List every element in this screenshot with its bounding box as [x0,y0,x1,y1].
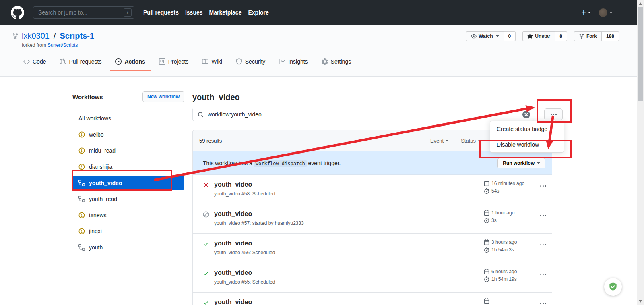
run-options-button[interactable] [540,244,546,245]
sidebar-item-all-workflows[interactable]: All workflows [72,111,184,126]
run-row[interactable]: youth_video youth_video #56: Scheduled 3… [193,234,552,263]
workflow-icon [78,196,85,202]
run-time: 1 hour ago [491,210,514,216]
main-content: Workflows New workflow All workflows wei… [0,77,644,305]
gear-icon [322,58,328,65]
run-title-link[interactable]: youth_video [214,269,275,277]
run-row[interactable]: youth_video [193,293,552,305]
calendar-icon [484,210,489,216]
search-icon [198,112,204,118]
clear-search-button[interactable] [522,111,530,118]
stopwatch-icon [484,188,489,194]
star-count[interactable]: 8 [555,31,567,41]
global-search-input[interactable] [37,9,124,16]
stopwatch-icon [484,276,489,282]
shield-icon [236,58,242,65]
tab-actions[interactable]: Actions [110,53,150,71]
sidebar-item-jingxi[interactable]: jingxi [72,224,184,239]
run-options-button[interactable] [540,303,546,304]
chevron-down-icon [446,140,449,141]
menu-item-disable-workflow[interactable]: Disable workflow [490,137,564,152]
fork-button[interactable]: Fork [574,31,602,41]
slash-key-hint: / [124,8,132,17]
page-title: youth_video [192,91,563,103]
run-description: youth_video #56: Scheduled [214,250,275,255]
sidebar-item-youth[interactable]: youth [72,240,184,255]
run-options-button[interactable] [540,215,546,216]
fork-count[interactable]: 188 [602,31,619,41]
tab-code[interactable]: Code [18,53,51,71]
status-filter[interactable]: Status [461,138,481,144]
repo-header: lxk0301 / Scripts-1 forked from Sunert/S… [0,25,644,77]
run-title-link[interactable]: youth_video [214,298,252,305]
tab-insights[interactable]: Insights [274,53,313,71]
nav-link-issues[interactable]: Issues [185,9,203,16]
nav-link-pull-requests[interactable]: Pull requests [143,9,179,16]
sidebar-item-youth-video[interactable]: youth_video [72,176,184,190]
workflows-list: All workflows weibo midu_read dianshijia… [72,111,184,255]
sidebar-item-youth-read[interactable]: youth_read [72,192,184,206]
watch-button-group: Watch 0 [466,31,516,41]
scrollbar-thumb[interactable] [638,7,643,101]
scrollbar[interactable] [637,0,644,305]
runs-search-box[interactable] [192,108,534,121]
global-search-box[interactable]: / [33,6,134,19]
tab-security[interactable]: Security [231,53,271,71]
run-row[interactable]: youth_video youth_video #55: Scheduled 6… [193,263,552,293]
failure-x-icon [203,182,209,188]
repo-forked-icon [12,33,19,39]
repo-tabs: Code Pull requests Actions Projects Wiki… [18,53,619,71]
run-title-link[interactable]: youth_video [214,181,275,189]
watch-button[interactable]: Watch [466,31,504,41]
warning-icon [78,212,85,218]
forked-from: forked from Sunert/Scripts [22,42,94,48]
scroll-down-arrow-icon[interactable] [639,300,642,303]
watch-count[interactable]: 0 [504,31,516,41]
run-title-link[interactable]: youth_video [214,239,275,247]
run-row[interactable]: youth_video youth_video #57: started by … [193,204,552,234]
new-workflow-button[interactable]: New workflow [142,91,184,102]
forked-from-link[interactable]: Sunert/Scripts [47,42,78,48]
stopwatch-icon [484,218,489,223]
close-icon [524,113,528,116]
git-pull-request-icon [60,58,66,65]
unstar-button[interactable]: Unstar [522,31,555,41]
workflows-heading: Workflows [72,93,103,100]
fork-button-group: Fork 188 [574,31,619,41]
tab-settings[interactable]: Settings [316,53,357,71]
warning-icon [78,131,85,138]
calendar-icon [484,181,489,186]
calendar-icon [484,298,489,304]
run-title-link[interactable]: youth_video [214,210,304,218]
sidebar-item-weibo[interactable]: weibo [72,127,184,142]
user-menu[interactable] [599,8,613,17]
run-options-button[interactable] [540,274,546,275]
tab-projects[interactable]: Projects [154,53,194,71]
run-workflow-button[interactable]: Run workflow [497,158,545,168]
sidebar-item-dianshijia[interactable]: dianshijia [72,160,184,174]
cancelled-icon [203,211,209,218]
repo-name-link[interactable]: Scripts-1 [60,31,95,41]
sidebar-item-txnews[interactable]: txnews [72,208,184,222]
chevron-down-icon [478,140,481,141]
run-description: youth_video #58: Scheduled [214,191,275,197]
event-filter[interactable]: Event [430,138,449,144]
nav-link-marketplace[interactable]: Marketplace [209,9,242,16]
chevron-down-icon [537,162,540,164]
create-new-menu[interactable]: + [581,8,591,17]
scroll-up-arrow-icon[interactable] [639,2,642,5]
repo-owner-link[interactable]: lxk0301 [22,31,50,41]
sidebar-item-midu-read[interactable]: midu_read [72,143,184,158]
calendar-icon [484,269,489,274]
run-options-button[interactable] [540,185,546,187]
github-logo-icon[interactable] [11,6,24,19]
top-navbar: / Pull requests Issues Marketplace Explo… [0,0,644,25]
menu-item-create-status-badge[interactable]: Create status badge [490,121,564,137]
tab-wiki[interactable]: Wiki [197,53,227,71]
run-row[interactable]: youth_video youth_video #58: Scheduled 1… [193,175,552,204]
tab-pull-requests[interactable]: Pull requests [54,53,107,71]
runs-search-input[interactable] [207,111,522,118]
nav-link-explore[interactable]: Explore [248,9,268,16]
repo-action-buttons: Watch 0 Unstar 8 Fork 188 [466,31,619,41]
shield-badge[interactable] [604,278,622,296]
